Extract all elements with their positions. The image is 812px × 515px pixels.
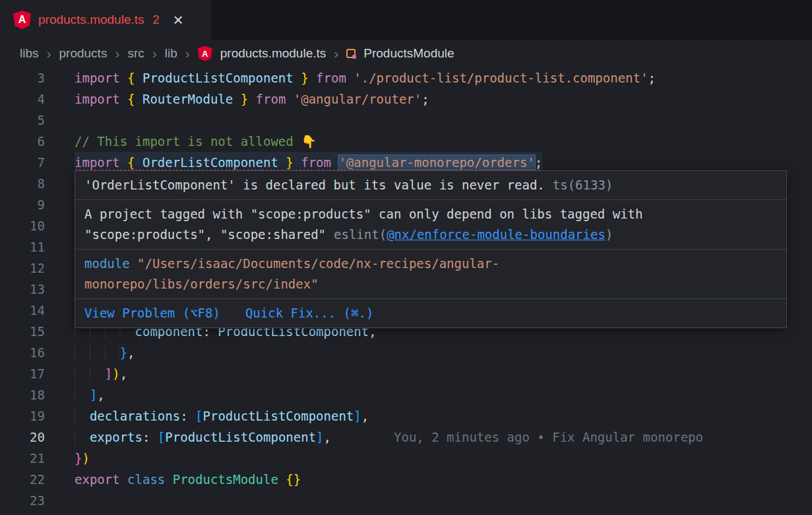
tab-products-module[interactable]: A products.module.ts 2 × xyxy=(0,0,211,40)
code-line-4[interactable]: 4import { RouterModule } from '@angular/… xyxy=(0,88,812,110)
editor[interactable]: 3import { ProductListComponent } from '.… xyxy=(0,67,812,515)
token-strhl: '@angular-monorepo/orders' xyxy=(338,155,534,170)
token-emoji: 👇 xyxy=(301,134,317,149)
code-line-16[interactable]: 16 }, xyxy=(0,342,812,363)
code-content[interactable] xyxy=(45,279,75,300)
line-number: 20 xyxy=(0,427,45,448)
line-number: 7 xyxy=(0,152,45,173)
code-line-3[interactable]: 3import { ProductListComponent } from '.… xyxy=(0,67,812,88)
close-icon[interactable]: × xyxy=(173,11,183,28)
token-b3: } xyxy=(120,345,127,360)
tab-bar: A products.module.ts 2 × xyxy=(0,0,812,40)
code-content[interactable] xyxy=(45,215,75,236)
breadcrumb-item-symbol[interactable]: ProductsModule xyxy=(363,46,454,61)
code-content[interactable] xyxy=(45,300,75,321)
token-group: }) xyxy=(75,448,90,469)
chevron-right-icon: › xyxy=(152,46,157,61)
token-ws xyxy=(75,366,105,381)
eslint-message-line2: "scope:products", "scope:shared" xyxy=(84,227,326,242)
eslint-message-line1: A project tagged with "scope:products" c… xyxy=(84,204,777,224)
code-line-23[interactable]: 23 xyxy=(0,490,812,511)
code-content[interactable]: import { RouterModule } from '@angular/r… xyxy=(45,88,429,110)
code-content[interactable]: exports: [ProductListComponent],You, 2 m… xyxy=(45,427,703,448)
code-content[interactable]: export class ProductsModule {} xyxy=(45,469,301,490)
token-group: }, xyxy=(75,342,135,363)
line-number: 17 xyxy=(0,363,45,384)
token-b2: } xyxy=(75,451,82,465)
code-content[interactable]: ]), xyxy=(45,363,127,384)
hover-eslint-diagnostic: A project tagged with "scope:products" c… xyxy=(75,200,786,249)
token-kw: from xyxy=(316,71,354,85)
code-content[interactable] xyxy=(45,490,75,511)
token-pun: : xyxy=(180,409,195,423)
code-line-5[interactable]: 5 xyxy=(0,110,812,131)
line-number: 3 xyxy=(0,67,45,88)
token-cls: ProductsModule xyxy=(173,472,278,487)
token-kw: export xyxy=(75,472,127,487)
code-content[interactable] xyxy=(45,236,75,258)
line-number: 11 xyxy=(0,236,45,258)
line-number: 5 xyxy=(0,110,45,131)
line-number: 15 xyxy=(0,321,45,342)
module-keyword: module xyxy=(84,256,130,271)
quick-fix-action[interactable]: Quick Fix... (⌘.) xyxy=(245,303,373,324)
code-content[interactable]: }) xyxy=(45,448,90,469)
breadcrumb-item-lib[interactable]: lib xyxy=(165,46,177,61)
token-kw2: class xyxy=(127,472,173,487)
code-line-20[interactable]: 20 exports: [ProductListComponent],You, … xyxy=(0,427,812,448)
token-b3: [ xyxy=(195,409,203,423)
token-ws xyxy=(75,409,90,423)
code-line-22[interactable]: 22export class ProductsModule {} xyxy=(0,469,812,490)
token-b2: ] xyxy=(105,366,112,381)
code-line-19[interactable]: 19 declarations: [ProductListComponent], xyxy=(0,405,812,427)
chevron-right-icon: › xyxy=(334,46,338,61)
token-pun: : xyxy=(142,430,158,444)
code-content[interactable] xyxy=(45,258,75,279)
code-content[interactable]: import { ProductListComponent } from './… xyxy=(45,67,656,88)
breadcrumb-item-file[interactable]: products.module.ts xyxy=(220,46,327,61)
breadcrumb-item-libs[interactable]: libs xyxy=(20,46,39,61)
line-number: 21 xyxy=(0,448,45,469)
token-b3: ] xyxy=(316,430,323,444)
eslint-source-suffix: ) xyxy=(606,227,613,242)
hover-actions: View Problem (⌥F8) Quick Fix... (⌘.) xyxy=(75,299,786,327)
token-prop: declarations xyxy=(90,409,180,423)
token-str: './product-list/product-list.component' xyxy=(354,71,648,85)
code-content[interactable]: ], xyxy=(45,384,105,405)
token-b1: { xyxy=(127,71,142,85)
token-b1: ) xyxy=(112,366,119,381)
eslint-source-prefix: eslint( xyxy=(334,227,387,242)
git-blame-annotation: You, 2 minutes ago • Fix Angular monorep… xyxy=(394,430,703,444)
module-path-line2: monorepo/libs/orders/src/index" xyxy=(84,277,319,291)
code-content[interactable] xyxy=(45,110,75,131)
code-content[interactable] xyxy=(45,173,75,194)
code-content[interactable]: // This import is not allowed 👇 xyxy=(45,131,317,152)
token-comp: ProductListComponent xyxy=(203,409,354,423)
code-line-18[interactable]: 18 ], xyxy=(0,384,812,405)
token-kw: import xyxy=(75,92,127,106)
token-ws xyxy=(75,345,120,360)
token-pun: , xyxy=(324,430,331,444)
code-line-21[interactable]: 21}) xyxy=(0,448,812,469)
view-problem-action[interactable]: View Problem (⌥F8) xyxy=(84,303,220,324)
code-line-17[interactable]: 17 ]), xyxy=(0,363,812,384)
ts-diagnostic-source: ts(6133) xyxy=(553,178,613,192)
code-content[interactable] xyxy=(45,194,75,215)
breadcrumb-item-products[interactable]: products xyxy=(59,46,108,61)
code-content[interactable]: }, xyxy=(45,342,135,363)
token-b1: } xyxy=(233,92,255,106)
code-content[interactable]: declarations: [ProductListComponent], xyxy=(45,405,369,427)
token-b3: ] xyxy=(354,409,361,423)
token-b1: { xyxy=(127,155,142,170)
line-number: 16 xyxy=(0,342,45,363)
token-pun: , xyxy=(97,388,104,402)
token-kw: import xyxy=(75,71,127,85)
breadcrumb-item-src[interactable]: src xyxy=(127,46,144,61)
eslint-rule-link[interactable]: @nx/enforce-module-boundaries xyxy=(387,227,606,242)
token-b3: [ xyxy=(158,430,165,444)
token-kw: from xyxy=(256,92,294,106)
line-number: 22 xyxy=(0,469,45,490)
breadcrumb: libs › products › src › lib › A products… xyxy=(0,40,812,67)
token-kw: import xyxy=(75,155,127,170)
code-line-6[interactable]: 6// This import is not allowed 👇 xyxy=(0,131,812,152)
